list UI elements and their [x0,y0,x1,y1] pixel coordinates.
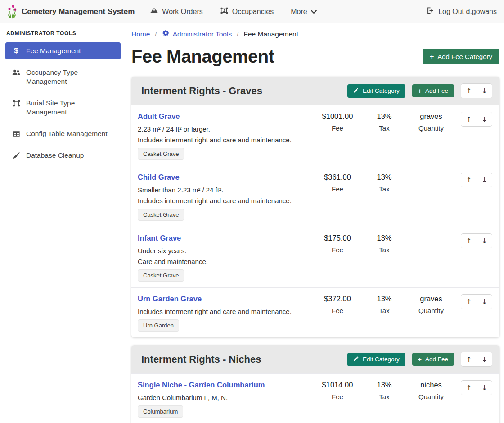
sidebar-item-label: Burial Site Type Management [26,99,116,117]
breadcrumb-separator: / [155,30,157,38]
fee-name-link[interactable]: Single Niche - Garden Columbarium [138,381,265,389]
category-reorder-group: ↑ ↓ [461,83,492,98]
breadcrumb-admin-tools-label: Administrator Tools [173,30,232,38]
move-fee-up-button[interactable]: ↑ [461,173,477,187]
edit-category-button[interactable]: Edit Category [347,84,405,98]
move-category-down-button[interactable]: ↓ [477,84,492,98]
pencil-icon [353,87,359,95]
sign-out-icon [426,6,435,17]
fee-amount: $1014.00 [314,381,361,389]
logout-label: Log Out d.gowans [438,8,497,16]
category-header: Interment Rights - Niches Edit Category … [131,345,500,373]
move-fee-down-button[interactable]: ↓ [477,234,492,248]
fee-reorder-group: ↑ ↓ [461,173,492,187]
dollar-icon: $ [12,46,21,55]
chevron-down-icon [311,8,317,16]
fee-quantity-label: Quantity [408,124,454,132]
fee-amount: $175.00 [314,234,361,242]
breadcrumb-home[interactable]: Home [131,30,150,38]
admin-sidebar: ADMINISTRATOR TOOLS $ Fee Management Occ… [0,23,126,168]
fee-name-link[interactable]: Urn Garden Grave [138,295,202,303]
gear-icon [162,29,170,39]
add-fee-button[interactable]: + Add Fee [412,84,454,97]
category-title: Interment Rights - Graves [141,85,262,97]
sidebar-item-occupancy-type-management[interactable]: Occupancy Type Management [5,64,121,90]
fee-description: Garden Columbarium L, M, N. [138,394,314,401]
move-category-up-button[interactable]: ↑ [461,84,477,98]
edit-category-label: Edit Category [363,356,400,363]
sidebar-item-burial-site-type-management[interactable]: Burial Site Type Management [5,95,121,121]
pencil-icon [353,356,359,363]
fee-reorder-group: ↑ ↓ [461,112,492,127]
main-content: Home / Administrator Tools / Fee Managem… [126,23,504,423]
fee-tax-label: Tax [361,185,408,193]
primary-nav: Work Orders Occupancies M [150,6,316,17]
edit-category-button[interactable]: Edit Category [347,353,405,366]
fee-tax: 13% [361,295,408,303]
fee-quantity-label: Quantity [408,307,454,314]
fee-quantity-col: graves Quantity [408,112,454,132]
nav-more[interactable]: More [291,8,316,16]
breadcrumb-separator: / [237,30,238,38]
category-reorder-group: ↑ ↓ [461,352,492,367]
plus-icon: + [430,53,434,60]
top-navbar: Cemetery Management System Work Orders [0,0,504,23]
move-category-down-button[interactable]: ↓ [477,352,492,366]
fee-tax-col: 13% Tax [361,173,408,193]
fee-tax-col: 13% Tax [361,233,408,254]
add-fee-category-button[interactable]: + Add Fee Category [423,49,500,64]
fee-reorder-group: ↑ ↓ [461,380,492,395]
fee-amount-label: Fee [314,185,361,193]
move-fee-down-button[interactable]: ↓ [477,381,492,395]
fee-amount-label: Fee [314,393,361,400]
move-fee-up-button[interactable]: ↑ [461,295,477,309]
breadcrumb-admin-tools[interactable]: Administrator Tools [162,29,232,39]
fee-quantity-col: graves Quantity [408,294,454,314]
fee-row-adult-grave: Adult Grave 2.23 m² / 24 ft² or larger. … [131,105,500,166]
sidebar-item-database-cleanup[interactable]: Database Cleanup [5,147,121,164]
fee-amount-col: $1014.00 Fee [314,380,361,400]
fee-tag: Casket Grave [138,209,184,221]
fee-tax: 13% [361,234,408,242]
fee-amount: $361.00 [314,173,361,182]
fee-tag: Columbarium [138,405,183,418]
fee-tag: Casket Grave [138,269,184,282]
fee-description: Includes interment right and care and ma… [138,308,314,315]
nav-work-orders-label: Work Orders [162,8,202,16]
move-fee-down-button[interactable]: ↓ [477,112,492,126]
move-fee-down-button[interactable]: ↓ [477,295,492,309]
fee-category-card-graves: Interment Rights - Graves Edit Category … [131,77,500,337]
move-fee-up-button[interactable]: ↑ [461,234,477,248]
fee-reorder-group: ↑ ↓ [461,233,492,248]
fee-name-link[interactable]: Child Grave [138,173,180,182]
fee-category-card-niches: Interment Rights - Niches Edit Category … [131,345,500,423]
nav-occupancies[interactable]: Occupancies [220,6,274,17]
fee-amount-col: $175.00 Fee [314,233,361,254]
fee-description: 2.23 m² / 24 ft² or larger. [138,125,314,133]
fee-amount-col: $372.00 Fee [314,294,361,314]
move-fee-down-button[interactable]: ↓ [477,173,492,187]
brand-link[interactable]: Cemetery Management System [22,7,135,16]
move-fee-up-button[interactable]: ↑ [461,381,477,395]
move-category-up-button[interactable]: ↑ [461,352,477,366]
fee-amount: $372.00 [314,295,361,303]
fee-name-link[interactable]: Adult Grave [138,112,180,121]
fee-quantity-col: niches Quantity [408,380,454,400]
sidebar-item-fee-management[interactable]: $ Fee Management [5,42,121,59]
fee-tax: 13% [361,173,408,182]
users-icon [12,68,21,77]
fee-amount-label: Fee [314,124,361,132]
breadcrumb-current: Fee Management [244,30,299,38]
sidebar-item-config-table-management[interactable]: Config Table Management [5,125,121,142]
move-fee-up-button[interactable]: ↑ [461,112,477,126]
fee-name-link[interactable]: Infant Grave [138,234,181,242]
fee-description: Includes interment right and care and ma… [138,197,314,205]
vector-square-icon [12,99,21,108]
fee-tax: 13% [361,112,408,121]
add-fee-button[interactable]: + Add Fee [412,353,454,366]
fee-description: Smaller than 2.23 m² / 24 ft². [138,186,314,194]
nav-occupancies-label: Occupancies [232,8,274,16]
fee-description: Care and maintenance. [138,258,314,265]
nav-work-orders[interactable]: Work Orders [150,6,202,17]
logout-link[interactable]: Log Out d.gowans [426,6,497,17]
